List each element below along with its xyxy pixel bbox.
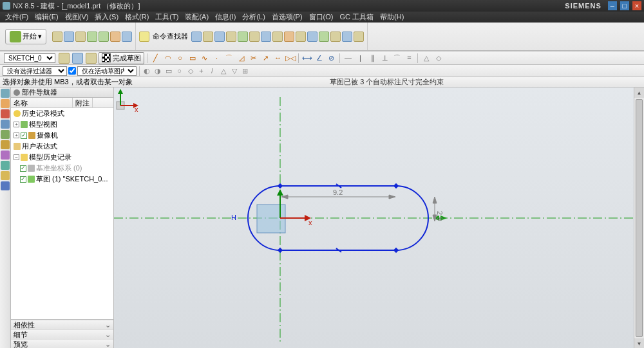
spline-tool-icon[interactable]: ∿ [199, 53, 210, 64]
sketch-select[interactable]: SKETCH_0 [4, 53, 55, 63]
assembly-navigator-tab-icon[interactable] [1, 99, 10, 108]
scroll-thumb[interactable] [636, 99, 643, 337]
sel-tool-9[interactable]: ▽ [229, 66, 240, 77]
collapse-icon[interactable]: − [14, 154, 19, 160]
check-icon[interactable] [21, 133, 27, 139]
gear-icon[interactable] [14, 89, 20, 96]
copy-icon[interactable] [122, 32, 132, 42]
show-constr-icon[interactable]: △ [421, 53, 431, 64]
cf-tool-6[interactable] [249, 32, 260, 42]
tree-model-view[interactable]: + 模型视图 [11, 119, 113, 130]
horiz-constr-icon[interactable]: — [343, 53, 354, 64]
save-icon[interactable] [75, 32, 86, 42]
menu-view[interactable]: 视图(V) [62, 12, 91, 22]
menu-edit[interactable]: 编辑(E) [32, 12, 61, 22]
menu-tools[interactable]: 工具(T) [153, 12, 181, 22]
cf-tool-1[interactable] [191, 32, 202, 42]
menu-preferences[interactable]: 首选项(P) [269, 12, 305, 22]
offset-tool-icon[interactable]: ↔ [272, 53, 283, 64]
col-name[interactable]: 名称 [11, 98, 73, 107]
chamfer-tool-icon[interactable]: ◿ [236, 53, 247, 64]
menu-format[interactable]: 格式(R) [122, 12, 151, 22]
arc-tool-icon[interactable]: ◠ [162, 53, 173, 64]
section-dependency[interactable]: 相依性⌄ [11, 320, 113, 329]
scope-combo[interactable]: 仅在活动草图内 [77, 66, 137, 76]
sel-tool-3[interactable]: ▭ [163, 66, 174, 77]
constraint-navigator-tab-icon[interactable] [1, 109, 10, 118]
new-icon[interactable] [52, 32, 62, 42]
orient-view-icon[interactable] [59, 53, 70, 64]
extend-tool-icon[interactable]: ↗ [260, 53, 271, 64]
part-navigator-tab-icon[interactable] [1, 89, 10, 98]
tree-sketch[interactable]: 草图 (1) "SKETCH_0... [11, 174, 113, 185]
reuse-library-tab-icon[interactable] [1, 120, 10, 129]
history-tab-icon[interactable] [1, 151, 10, 160]
menu-assembly[interactable]: 装配(A) [182, 12, 211, 22]
hd3d-tab-icon[interactable] [1, 130, 10, 139]
vertical-scrollbar[interactable]: ▲ ▼ [634, 87, 644, 348]
expand-icon[interactable]: + [14, 133, 19, 138]
menu-info[interactable]: 信息(I) [213, 12, 238, 22]
perp-constr-icon[interactable]: ⊥ [379, 53, 390, 64]
start-button[interactable]: 开始 ▾ [5, 29, 46, 44]
update-icon[interactable] [86, 53, 97, 64]
close-button[interactable]: × [632, 1, 641, 10]
roles-tab-icon[interactable] [1, 161, 10, 170]
tree-camera[interactable]: + 摄像机 [11, 130, 113, 141]
circle-tool-icon[interactable]: ○ [175, 53, 185, 64]
cf-tool-13[interactable] [330, 32, 341, 42]
cf-tool-4[interactable] [226, 32, 236, 42]
sel-tool-4[interactable]: ○ [174, 66, 185, 77]
cf-tool-12[interactable] [319, 32, 329, 42]
menu-file[interactable]: 文件(F) [3, 12, 31, 22]
dim-right-value[interactable]: 2.9 [436, 211, 444, 221]
parallel-constr-icon[interactable]: ∥ [367, 53, 378, 64]
section-preview[interactable]: 预览⌄ [11, 339, 113, 348]
sel-tool-5[interactable]: ◇ [185, 66, 196, 77]
menu-insert[interactable]: 插入(S) [92, 12, 121, 22]
scroll-up-icon[interactable]: ▲ [634, 87, 644, 98]
sel-tool-10[interactable]: ⊞ [240, 66, 251, 77]
cf-tool-9[interactable] [284, 32, 294, 42]
filter-checkbox[interactable] [68, 67, 76, 75]
sel-tool-8[interactable]: △ [218, 66, 229, 77]
cf-tool-3[interactable] [214, 32, 225, 42]
menu-help[interactable]: 帮助(H) [377, 12, 406, 22]
equal-constr-icon[interactable]: = [404, 53, 415, 64]
open-icon[interactable] [64, 32, 74, 42]
dim-top-value[interactable]: 9.2 [333, 188, 343, 196]
check-icon[interactable] [20, 176, 26, 183]
cf-tool-10[interactable] [296, 32, 306, 42]
cf-tool-7[interactable] [261, 32, 271, 42]
sel-tool-2[interactable]: ◑ [152, 66, 163, 77]
selection-filter-combo[interactable]: 没有选择过滤器 [3, 66, 67, 76]
angle-dim-icon[interactable]: ∠ [314, 53, 325, 64]
col-note[interactable]: 附注 [73, 98, 93, 107]
fillet-tool-icon[interactable]: ⌒ [223, 53, 234, 64]
expand-icon[interactable]: + [14, 122, 19, 127]
browser-tab-icon[interactable] [1, 140, 10, 149]
reattach-icon[interactable] [72, 53, 83, 64]
tree-model-history[interactable]: − 模型历史记录 [11, 152, 113, 163]
graphics-canvas[interactable]: H x 9.2 [114, 87, 644, 348]
system-tab-icon[interactable] [1, 171, 10, 180]
radial-dim-icon[interactable]: ⊘ [326, 53, 337, 64]
cf-tool-5[interactable] [238, 32, 248, 42]
cf-tool-8[interactable] [272, 32, 283, 42]
sel-tool-6[interactable]: + [196, 66, 207, 77]
rect-tool-icon[interactable]: ▭ [187, 53, 198, 64]
section-detail[interactable]: 细节⌄ [11, 329, 113, 339]
tree-user-expr[interactable]: 用户表达式 [11, 141, 113, 152]
tangent-constr-icon[interactable]: ⌒ [392, 53, 402, 64]
tree-csys[interactable]: 基准坐标系 (0) [11, 163, 113, 174]
redo-icon[interactable] [99, 32, 109, 42]
trim-tool-icon[interactable]: ✂ [248, 53, 259, 64]
menu-analysis[interactable]: 分析(L) [240, 12, 267, 22]
mirror-tool-icon[interactable]: ▷◁ [285, 53, 296, 64]
vert-constr-icon[interactable]: | [355, 53, 366, 64]
auto-constr-icon[interactable]: ◇ [433, 53, 444, 64]
help-tab-icon[interactable] [1, 181, 10, 190]
cf-tool-2[interactable] [203, 32, 213, 42]
sel-tool-7[interactable]: / [207, 66, 218, 77]
minimize-button[interactable]: – [608, 1, 617, 10]
